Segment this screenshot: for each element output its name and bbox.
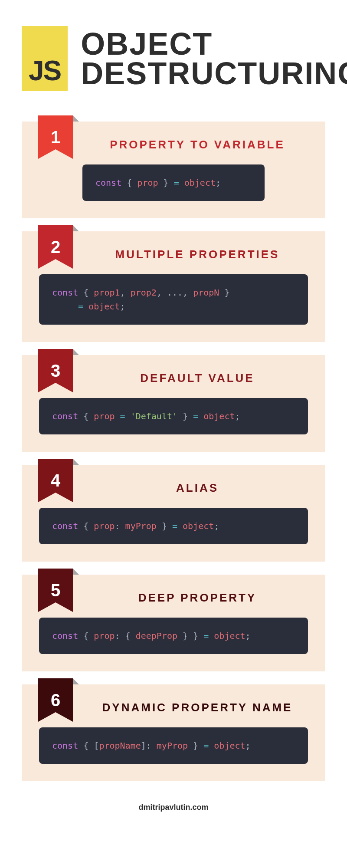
- section-title: MULTIPLE PROPERTIES: [87, 244, 308, 261]
- code-token: ...: [167, 287, 183, 298]
- code-token: { [: [83, 740, 99, 751]
- section-title: ALIAS: [87, 478, 308, 495]
- code-token: 'Default': [131, 411, 177, 421]
- code-token: } }: [177, 631, 203, 641]
- code-token: =: [78, 301, 88, 312]
- section-card: 5DEEP PROPERTYconst { prop: { deepProp }…: [22, 575, 325, 671]
- code-token: prop: [94, 411, 115, 421]
- code-token: prop1: [94, 287, 120, 298]
- code-token: ,: [157, 287, 167, 298]
- code-block: const { prop1, prop2, ..., propN }= obje…: [39, 274, 308, 325]
- code-token: {: [127, 178, 137, 188]
- code-token: {: [83, 287, 94, 298]
- code-token: }: [188, 740, 203, 751]
- ribbon-wrap: 4: [38, 459, 73, 502]
- section-title: DEFAULT VALUE: [87, 368, 308, 385]
- ribbon-wrap: 3: [38, 349, 73, 392]
- section-title: DYNAMIC PROPERTY NAME: [87, 697, 308, 714]
- ribbon-number: 6: [38, 678, 73, 722]
- code-token: }: [219, 287, 229, 298]
- code-token: }: [177, 411, 193, 421]
- ribbon-number: 1: [38, 115, 73, 159]
- code-token: const: [95, 178, 127, 188]
- title-line-1: OBJECT: [81, 29, 347, 59]
- code-token: object: [183, 521, 214, 531]
- code-token: }: [158, 178, 174, 188]
- code-block: const { prop: myProp } = object;: [39, 508, 308, 544]
- section-card: 2MULTIPLE PROPERTIESconst { prop1, prop2…: [22, 231, 325, 342]
- ribbon-number: 2: [38, 225, 73, 269]
- code-token: =: [174, 178, 184, 188]
- sections-container: 1PROPERTY TO VARIABLEconst { prop } = ob…: [0, 122, 347, 781]
- code-token: :: [115, 521, 125, 531]
- code-token: =: [193, 411, 203, 421]
- ribbon-number: 3: [38, 349, 73, 392]
- ribbon-number: 5: [38, 569, 73, 612]
- code-block: const { prop } = object;: [82, 164, 265, 201]
- code-token: =: [115, 411, 131, 421]
- code-block: const { [propName]: myProp } = object;: [39, 727, 308, 764]
- code-token: object: [214, 631, 245, 641]
- code-token: ,: [120, 287, 131, 298]
- code-block: const { prop: { deepProp } } = object;: [39, 618, 308, 654]
- code-token: myProp: [157, 740, 188, 751]
- code-token: const: [52, 287, 83, 298]
- code-token: ;: [235, 411, 240, 421]
- code-token: ;: [216, 178, 221, 188]
- code-token: prop: [137, 178, 158, 188]
- ribbon-wrap: 2: [38, 225, 73, 269]
- section-card: 6DYNAMIC PROPERTY NAMEconst { [propName]…: [22, 684, 325, 781]
- code-token: object: [214, 740, 245, 751]
- ribbon-fold: [73, 225, 79, 231]
- ribbon-fold: [73, 349, 79, 355]
- code-token: const: [52, 521, 83, 531]
- code-token: ,: [183, 287, 193, 298]
- code-token: prop: [94, 631, 115, 641]
- section-card: 4ALIASconst { prop: myProp } = object;: [22, 465, 325, 562]
- code-token: myProp: [125, 521, 157, 531]
- code-token: object: [184, 178, 216, 188]
- code-token: =: [172, 521, 183, 531]
- code-token: {: [83, 411, 94, 421]
- section-title: PROPERTY TO VARIABLE: [87, 135, 308, 151]
- code-token: prop2: [131, 287, 157, 298]
- code-token: : {: [115, 631, 136, 641]
- code-token: const: [52, 740, 83, 751]
- code-token: {: [83, 631, 94, 641]
- code-token: propN: [193, 287, 219, 298]
- ribbon-fold: [73, 569, 79, 575]
- section-title: DEEP PROPERTY: [87, 588, 308, 605]
- footer-credit: dmitripavlutin.com: [0, 803, 347, 812]
- section-card: 1PROPERTY TO VARIABLEconst { prop } = ob…: [22, 122, 325, 218]
- ribbon-wrap: 5: [38, 569, 73, 612]
- code-token: =: [203, 740, 214, 751]
- code-token: }: [157, 521, 172, 531]
- code-token: const: [52, 411, 83, 421]
- code-token: object: [88, 301, 120, 312]
- ribbon-fold: [73, 678, 79, 684]
- code-token: =: [203, 631, 214, 641]
- ribbon-wrap: 6: [38, 678, 73, 722]
- code-block: const { prop = 'Default' } = object;: [39, 398, 308, 434]
- header: JS OBJECT DESTRUCTURING: [0, 0, 347, 108]
- code-token: object: [203, 411, 235, 421]
- js-logo: JS: [22, 26, 68, 91]
- page-title: OBJECT DESTRUCTURING: [81, 29, 347, 89]
- title-line-2: DESTRUCTURING: [81, 59, 347, 88]
- ribbon-fold: [73, 459, 79, 465]
- code-token: prop: [94, 521, 115, 531]
- code-token: ;: [246, 740, 251, 751]
- ribbon-wrap: 1: [38, 115, 73, 159]
- code-token: deepProp: [136, 631, 177, 641]
- ribbon-fold: [73, 115, 79, 122]
- code-token: {: [83, 521, 94, 531]
- ribbon-number: 4: [38, 459, 73, 502]
- code-token: ;: [120, 301, 125, 312]
- code-token: ;: [214, 521, 219, 531]
- section-card: 3DEFAULT VALUEconst { prop = 'Default' }…: [22, 355, 325, 452]
- code-token: const: [52, 631, 83, 641]
- code-token: propName: [99, 740, 141, 751]
- code-token: ;: [246, 631, 251, 641]
- code-token: ]:: [141, 740, 157, 751]
